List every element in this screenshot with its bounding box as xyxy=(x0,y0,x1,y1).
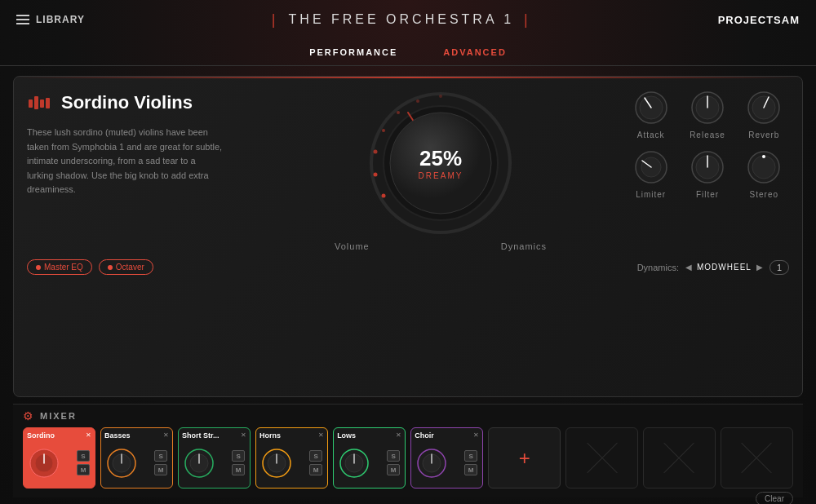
mixer-icon: ⚙ xyxy=(23,409,33,422)
tab-advanced[interactable]: ADVANCED xyxy=(437,44,513,60)
track-mute-choir[interactable]: M xyxy=(464,464,477,475)
tab-bar: PERFORMANCE ADVANCED xyxy=(0,39,816,66)
brand-logo: PROJECTSAM xyxy=(718,14,800,26)
track-knob-basses[interactable] xyxy=(106,448,137,479)
reverb-knob[interactable] xyxy=(746,90,782,126)
track-solo-choir[interactable]: S xyxy=(464,450,477,462)
track-solo-short-str[interactable]: S xyxy=(232,450,245,462)
svg-point-11 xyxy=(374,173,378,177)
track-mute-basses[interactable]: M xyxy=(154,464,167,475)
instrument-logo-icon xyxy=(27,90,53,116)
volume-label: Volume xyxy=(335,241,370,251)
svg-point-12 xyxy=(382,194,386,198)
dynamics-next[interactable]: ▶ xyxy=(756,263,763,272)
main-knob-value: 25% xyxy=(419,146,463,171)
filter-knob[interactable] xyxy=(690,149,725,185)
dynamics-nav: ◀ MODWHEEL ▶ xyxy=(685,263,763,272)
track-header-lows: Lows ✕ xyxy=(337,431,401,440)
mixer-tracks: Sordino ✕ S M xyxy=(23,427,793,489)
track-name-lows: Lows xyxy=(337,431,356,440)
clear-button[interactable]: Clear xyxy=(756,492,793,504)
track-solo-lows[interactable]: S xyxy=(387,450,400,462)
instrument-description: These lush sordino (muted) violins have … xyxy=(27,126,223,197)
track-close-horns[interactable]: ✕ xyxy=(318,432,324,439)
mixer-track-short-str[interactable]: Short Str... ✕ S M xyxy=(178,427,251,489)
limiter-knob[interactable] xyxy=(633,149,669,185)
release-label: Release xyxy=(690,130,725,139)
mixer-footer: Clear xyxy=(23,492,793,504)
master-eq-dot xyxy=(36,265,41,270)
track-knob-area-lows: S M xyxy=(337,441,401,484)
filter-label: Filter xyxy=(696,190,719,199)
mixer-empty-slot-2 xyxy=(643,427,716,489)
track-mute-sordino[interactable]: M xyxy=(77,464,90,475)
reverb-label: Reverb xyxy=(748,130,779,139)
track-mute-lows[interactable]: M xyxy=(387,464,400,475)
track-close-basses[interactable]: ✕ xyxy=(163,432,169,439)
hamburger-icon xyxy=(16,15,29,24)
stereo-knob[interactable] xyxy=(746,149,782,185)
track-close-sordino[interactable]: ✕ xyxy=(86,432,91,439)
knob-limiter: Limiter xyxy=(626,149,676,199)
brand-emphasis: SAM xyxy=(774,14,800,26)
track-sm-choir: S M xyxy=(464,450,477,475)
main-knob-area: 25% DREAMY Volume Dynamics xyxy=(255,90,626,251)
dynamics-prev[interactable]: ◀ xyxy=(685,263,692,272)
track-solo-horns[interactable]: S xyxy=(309,450,322,462)
octaver-button[interactable]: Octaver xyxy=(99,259,153,275)
track-knob-area-short-str: S M xyxy=(182,441,246,484)
track-header-choir: Choir ✕ xyxy=(415,431,479,440)
master-eq-button[interactable]: Master EQ xyxy=(27,259,92,275)
track-sm-basses: S M xyxy=(154,450,167,475)
track-mute-short-str[interactable]: M xyxy=(232,464,245,475)
content-area: Sordino Violins These lush sordino (mute… xyxy=(0,66,816,504)
mixer-track-choir[interactable]: Choir ✕ S M xyxy=(410,427,483,489)
svg-point-33 xyxy=(762,155,765,158)
octaver-label: Octaver xyxy=(116,263,144,272)
tab-performance[interactable]: PERFORMANCE xyxy=(303,44,404,60)
track-mute-horns[interactable]: M xyxy=(309,464,322,475)
track-name-choir: Choir xyxy=(415,431,434,440)
mixer-track-sordino[interactable]: Sordino ✕ S M xyxy=(23,427,95,489)
svg-point-7 xyxy=(416,99,419,103)
svg-rect-0 xyxy=(29,99,33,108)
effect-buttons: Master EQ Octaver xyxy=(27,259,153,275)
track-close-choir[interactable]: ✕ xyxy=(473,432,479,439)
mixer-section: ⚙ MIXER Sordino ✕ xyxy=(13,404,803,497)
track-knob-area-choir: S M xyxy=(415,441,479,484)
dynamics-mode: MODWHEEL xyxy=(697,263,752,272)
attack-knob[interactable] xyxy=(633,90,669,126)
main-knob[interactable]: 25% DREAMY xyxy=(367,90,514,237)
mixer-track-lows[interactable]: Lows ✕ S M xyxy=(333,427,406,489)
add-icon: + xyxy=(519,447,530,470)
instrument-info: Sordino Violins These lush sordino (mute… xyxy=(27,90,255,197)
track-knob-sordino[interactable] xyxy=(29,448,60,479)
mixer-track-horns[interactable]: Horns ✕ S M xyxy=(255,427,328,489)
track-knob-area-horns: S M xyxy=(259,441,324,484)
track-knob-lows[interactable] xyxy=(339,448,370,479)
track-knob-horns[interactable] xyxy=(261,448,292,479)
instrument-title: Sordino Violins xyxy=(61,92,193,113)
track-solo-sordino[interactable]: S xyxy=(77,450,90,462)
instrument-panel: Sordino Violins These lush sordino (mute… xyxy=(13,76,803,397)
track-header-horns: Horns ✕ xyxy=(259,431,324,440)
track-knob-choir[interactable] xyxy=(416,448,447,479)
knob-stereo: Stereo xyxy=(739,149,789,199)
title-deco-left: | xyxy=(272,11,279,29)
mixer-add-track[interactable]: + xyxy=(488,427,561,489)
library-button[interactable]: LIBRARY xyxy=(16,14,85,25)
knob-axis-labels: Volume Dynamics xyxy=(335,241,547,251)
track-close-lows[interactable]: ✕ xyxy=(396,432,401,439)
mixer-track-basses[interactable]: Basses ✕ S M xyxy=(100,427,173,489)
panel-bottom: Master EQ Octaver Dynamics: ◀ MODWHEEL ▶… xyxy=(27,259,789,275)
svg-point-10 xyxy=(374,150,378,154)
knob-release: Release xyxy=(682,90,732,139)
track-sm-horns: S M xyxy=(309,450,322,475)
dynamics-badge: 1 xyxy=(769,260,789,275)
track-solo-basses[interactable]: S xyxy=(154,450,167,462)
track-close-short-str[interactable]: ✕ xyxy=(241,432,246,439)
mixer-empty-slot-1 xyxy=(565,427,638,489)
track-knob-short-str[interactable] xyxy=(184,448,215,479)
knob-filter: Filter xyxy=(682,149,732,199)
release-knob[interactable] xyxy=(690,90,725,126)
